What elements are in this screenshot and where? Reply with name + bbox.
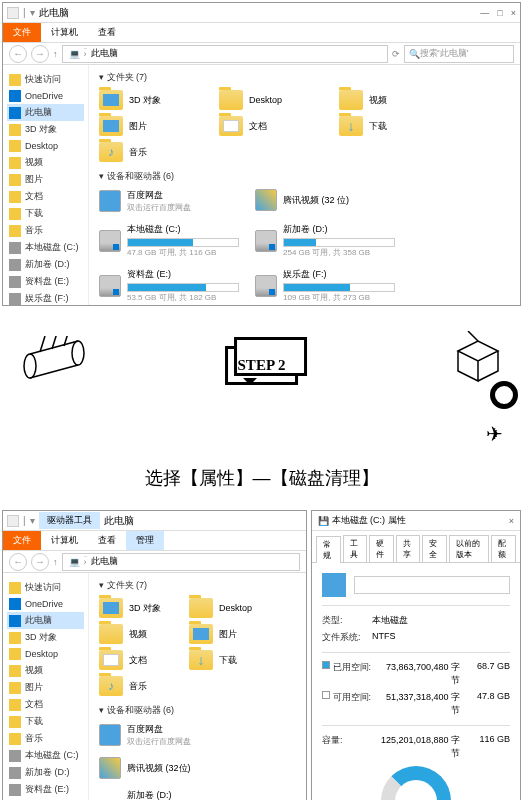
breadcrumb-item[interactable]: 此电脑 <box>91 47 118 60</box>
label-input[interactable] <box>354 576 510 594</box>
sidebar-item-Desktop[interactable]: Desktop <box>7 646 84 662</box>
sidebar-item-下载[interactable]: 下载 <box>7 713 84 730</box>
sidebar-item-图片[interactable]: 图片 <box>7 171 84 188</box>
tab-quota[interactable]: 配额 <box>491 535 516 562</box>
sidebar-item-3D 对象[interactable]: 3D 对象 <box>7 121 84 138</box>
folder-icon <box>219 116 243 136</box>
refresh-button[interactable]: ⟳ <box>392 49 400 59</box>
drive-本地磁盘 (C:)[interactable]: 本地磁盘 (C:)47.8 GB 可用, 共 116 GB <box>99 223 239 258</box>
tab-tools[interactable]: 工具 <box>343 535 368 562</box>
sidebar-item-文档[interactable]: 文档 <box>7 188 84 205</box>
folder-文档[interactable]: 文档 <box>99 650 179 670</box>
tab-security[interactable]: 安全 <box>422 535 447 562</box>
sidebar-item-Desktop[interactable]: Desktop <box>7 138 84 154</box>
sidebar-item-音乐[interactable]: 音乐 <box>7 222 84 239</box>
folder-视频[interactable]: 视频 <box>339 90 439 110</box>
drive-百度网盘[interactable]: 百度网盘双击运行百度网盘 <box>99 723 194 747</box>
folders-grid: 3D 对象Desktop视频图片文档下载音乐 <box>99 90 510 162</box>
folder-icon <box>99 116 123 136</box>
maximize-button[interactable]: □ <box>497 8 502 18</box>
sidebar-item-图片[interactable]: 图片 <box>7 679 84 696</box>
sidebar-item-OneDrive[interactable]: OneDrive <box>7 596 84 612</box>
tab-general[interactable]: 常规 <box>316 536 341 563</box>
qat-dropdown[interactable]: ▾ <box>30 7 35 18</box>
sidebar-item-新加卷 (D:)[interactable]: 新加卷 (D:) <box>7 256 84 273</box>
sidebar-item-资料盘 (E:)[interactable]: 资料盘 (E:) <box>7 273 84 290</box>
view-tab[interactable]: 查看 <box>88 23 126 42</box>
view-tab[interactable]: 查看 <box>88 531 126 550</box>
drive-icon <box>255 230 277 252</box>
up-button[interactable]: ↑ <box>53 49 58 59</box>
minimize-button[interactable]: — <box>480 8 489 18</box>
file-tab[interactable]: 文件 <box>3 23 41 42</box>
folder-icon <box>99 624 123 644</box>
folder-icon <box>99 676 123 696</box>
folder-Desktop[interactable]: Desktop <box>219 90 319 110</box>
folder-图片[interactable]: 图片 <box>189 624 269 644</box>
drives-header[interactable]: ▾ 设备和驱动器 (6) <box>99 170 510 183</box>
computer-tab[interactable]: 计算机 <box>41 23 88 42</box>
sidebar-item-此电脑[interactable]: 此电脑 <box>7 612 84 629</box>
sidebar-item-3D 对象[interactable]: 3D 对象 <box>7 629 84 646</box>
sidebar-item-娱乐盘 (F:)[interactable]: 娱乐盘 (F:) <box>7 290 84 305</box>
sidebar-item-下载[interactable]: 下载 <box>7 205 84 222</box>
forward-button[interactable]: → <box>31 45 49 63</box>
folder-下载[interactable]: 下载 <box>339 116 439 136</box>
drive-tools-tab[interactable]: 驱动器工具 <box>39 512 100 529</box>
tab-prev[interactable]: 以前的版本 <box>449 535 489 562</box>
sidebar-item-快速访问[interactable]: 快速访问 <box>7 579 84 596</box>
close-button[interactable]: × <box>511 8 516 18</box>
search-input[interactable]: 🔍 搜索'此电脑' <box>404 45 514 63</box>
tab-sharing[interactable]: 共享 <box>396 535 421 562</box>
sidebar-item-OneDrive[interactable]: OneDrive <box>7 88 84 104</box>
sidebar-item-视频[interactable]: 视频 <box>7 154 84 171</box>
sidebar-item-本地磁盘 (C:)[interactable]: 本地磁盘 (C:) <box>7 747 84 764</box>
svg-line-7 <box>468 331 478 341</box>
sidebar-item-此电脑[interactable]: 此电脑 <box>7 104 84 121</box>
folder-文档[interactable]: 文档 <box>219 116 319 136</box>
drive-新加卷 (D:)[interactable]: 新加卷 (D:)254 GB 可用, 共 358 GB <box>255 223 395 258</box>
close-button[interactable]: × <box>509 516 514 526</box>
back-button[interactable]: ← <box>9 45 27 63</box>
usage-bar <box>283 238 395 247</box>
folder-音乐[interactable]: 音乐 <box>99 676 179 696</box>
sidebar-item-资料盘 (E:)[interactable]: 资料盘 (E:) <box>7 781 84 798</box>
folder-Desktop[interactable]: Desktop <box>189 598 269 618</box>
sidebar-item-快速访问[interactable]: 快速访问 <box>7 71 84 88</box>
fld-icon <box>9 716 21 728</box>
sidebar-item-文档[interactable]: 文档 <box>7 696 84 713</box>
sidebar-item-新加卷 (D:)[interactable]: 新加卷 (D:) <box>7 764 84 781</box>
manage-tab[interactable]: 管理 <box>126 531 164 550</box>
folder-3D 对象[interactable]: 3D 对象 <box>99 90 199 110</box>
folder-icon <box>219 90 243 110</box>
folder-音乐[interactable]: 音乐 <box>99 142 199 162</box>
drive-腾讯视频 (32 位)[interactable]: 腾讯视频 (32 位) <box>255 189 395 213</box>
breadcrumb[interactable]: 💻 › 此电脑 <box>62 45 389 63</box>
folder-icon <box>189 624 213 644</box>
tab-hardware[interactable]: 硬件 <box>369 535 394 562</box>
folder-视频[interactable]: 视频 <box>99 624 179 644</box>
drive-新加卷 (D:)[interactable]: 新加卷 (D:)254 GB 可用, 共 358 GB <box>99 789 194 800</box>
disk-icon <box>9 293 21 305</box>
fld-icon <box>9 733 21 745</box>
pc-icon <box>9 615 21 627</box>
fld-icon <box>9 208 21 220</box>
drive-百度网盘[interactable]: 百度网盘双击运行百度网盘 <box>99 189 239 213</box>
window-title: 此电脑 <box>39 6 69 20</box>
sidebar-item-本地磁盘 (C:)[interactable]: 本地磁盘 (C:) <box>7 239 84 256</box>
drive-娱乐盘 (F:)[interactable]: 娱乐盘 (F:)109 GB 可用, 共 273 GB <box>255 268 395 303</box>
folders-header[interactable]: ▾ 文件夹 (7) <box>99 71 510 84</box>
step-decoration: STEP 2 ✈ <box>0 326 523 446</box>
sidebar-item-音乐[interactable]: 音乐 <box>7 730 84 747</box>
sidebar-item-视频[interactable]: 视频 <box>7 662 84 679</box>
computer-tab[interactable]: 计算机 <box>41 531 88 550</box>
drive-腾讯视频 (32位)[interactable]: 腾讯视频 (32位) <box>99 757 194 779</box>
usage-bar <box>283 283 395 292</box>
fld-icon <box>9 632 21 644</box>
folder-3D 对象[interactable]: 3D 对象 <box>99 598 179 618</box>
drive-资料盘 (E:)[interactable]: 资料盘 (E:)53.5 GB 可用, 共 182 GB <box>99 268 239 303</box>
disk-icon: 💾 <box>318 516 329 526</box>
folder-图片[interactable]: 图片 <box>99 116 199 136</box>
file-tab[interactable]: 文件 <box>3 531 41 550</box>
folder-下载[interactable]: 下载 <box>189 650 269 670</box>
